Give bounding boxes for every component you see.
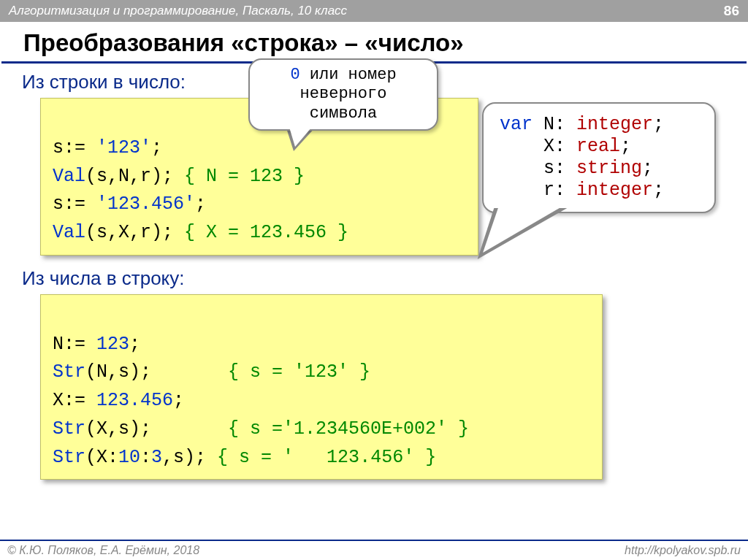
code-box-number-to-string: N:= 123; Str(N,s); { s = '123' } X:= 123… [40, 294, 603, 480]
page-number: 86 [724, 3, 739, 19]
callout-error-index: 0 или номер неверного символа [248, 58, 438, 131]
footer-url: http://kpolyakov.spb.ru [625, 544, 741, 557]
footer-copyright: © К.Ю. Поляков, Е.А. Ерёмин, 2018 [7, 544, 199, 557]
callout-tail-2-fill [477, 206, 563, 253]
callout-var-block: var N: integer; X: real; s: string; r: i… [482, 102, 716, 213]
footer-bar: © К.Ю. Поляков, Е.А. Ерёмин, 2018 http:/… [0, 540, 748, 560]
breadcrumb: Алгоритмизация и программирование, Паска… [9, 4, 347, 18]
callout-text: или номер неверного символа [300, 66, 397, 123]
top-bar: Алгоритмизация и программирование, Паска… [0, 0, 748, 22]
section-title-2: Из числа в строку: [0, 266, 748, 294]
slide-title: Преобразования «строка» – «число» [1, 22, 747, 64]
callout-tail-fill [286, 118, 320, 147]
callout-zero: 0 [290, 66, 299, 84]
